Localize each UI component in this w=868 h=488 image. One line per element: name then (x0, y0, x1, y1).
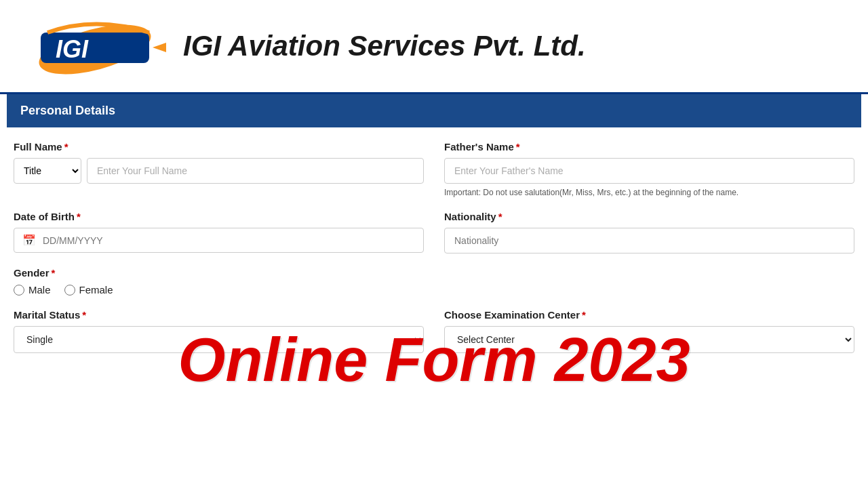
svg-marker-3 (153, 43, 166, 52)
calendar-icon: 📅 (22, 234, 36, 247)
company-name: IGI Aviation Services Pvt. Ltd. (183, 30, 586, 62)
nationality-input[interactable] (444, 228, 854, 253)
form-row-3: Gender* Male Female (14, 267, 854, 296)
full-name-input[interactable] (87, 158, 424, 184)
exam-center-label: Choose Examination Center* (444, 309, 854, 321)
full-name-inputs: Title Mr Mrs Miss Ms Dr (14, 158, 424, 184)
section-header: Personal Details (7, 94, 861, 127)
fathers-name-label: Father's Name* (444, 141, 854, 152)
logo-container: IGI (20, 12, 170, 80)
marital-status-label: Marital Status* (14, 309, 424, 321)
title-select[interactable]: Title Mr Mrs Miss Ms Dr (14, 158, 81, 184)
page-wrapper: IGI IGI Aviation Services Pvt. Ltd. Pers… (0, 0, 868, 488)
gender-female-option[interactable]: Female (64, 284, 113, 296)
nationality-label: Nationality* (444, 211, 854, 222)
exam-center-group: Choose Examination Center* Select Center (444, 309, 854, 353)
header: IGI IGI Aviation Services Pvt. Ltd. (0, 0, 868, 94)
gender-male-option[interactable]: Male (14, 284, 51, 296)
dob-input[interactable] (43, 235, 415, 246)
company-logo: IGI (20, 12, 170, 80)
dob-input-wrapper[interactable]: 📅 (14, 228, 424, 253)
gender-options: Male Female (14, 284, 424, 296)
gender-male-label: Male (28, 284, 51, 296)
marital-status-select[interactable]: Single Married Divorced Widowed (14, 326, 424, 353)
fathers-name-hint: Important: Do not use salutation(Mr, Mis… (444, 188, 854, 197)
gender-female-label: Female (79, 284, 113, 296)
gender-female-radio[interactable] (64, 285, 75, 296)
full-name-label: Full Name* (14, 141, 424, 152)
form-container: Full Name* Title Mr Mrs Miss Ms Dr (0, 127, 868, 380)
full-name-group: Full Name* Title Mr Mrs Miss Ms Dr (14, 141, 424, 197)
gender-group: Gender* Male Female (14, 267, 424, 296)
form-row-1: Full Name* Title Mr Mrs Miss Ms Dr (14, 141, 854, 197)
marital-status-group: Marital Status* Single Married Divorced … (14, 309, 424, 353)
fathers-name-input[interactable] (444, 158, 854, 184)
nationality-group: Nationality* (444, 211, 854, 253)
form-row-2: Date of Birth* 📅 Nationality* (14, 211, 854, 253)
fathers-name-group: Father's Name* Important: Do not use sal… (444, 141, 854, 197)
dob-label: Date of Birth* (14, 211, 424, 222)
section-title: Personal Details (20, 104, 115, 117)
exam-center-select[interactable]: Select Center (444, 326, 854, 353)
gender-right-spacer (444, 267, 854, 296)
dob-group: Date of Birth* 📅 (14, 211, 424, 253)
svg-text:IGI: IGI (56, 35, 89, 63)
gender-male-radio[interactable] (14, 285, 24, 296)
gender-label: Gender* (14, 267, 424, 279)
form-row-4: Marital Status* Single Married Divorced … (14, 309, 854, 353)
